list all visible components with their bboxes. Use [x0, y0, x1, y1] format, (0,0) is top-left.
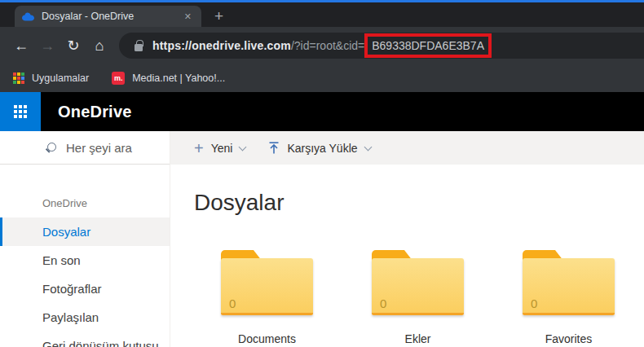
forward-button: → [34, 37, 60, 55]
bookmarks-bar: Uygulamalar m. Media.net | Yahoo!... [0, 64, 644, 92]
sidebar-section-label: OneDrive [0, 197, 170, 209]
sidebar-item-geri-donusum[interactable]: Geri dönüşüm kutusu [0, 332, 170, 347]
chevron-down-icon [239, 143, 247, 151]
folder-name: Ekler [405, 332, 431, 345]
address-bar[interactable]: https://onedrive.live.com /?id=root&cid=… [119, 33, 644, 59]
url-query: /?id=root&cid= [291, 39, 364, 52]
folder-icon: 0 [372, 250, 464, 318]
onedrive-header: OneDrive [0, 92, 644, 131]
main-content: + Yeni Karşıya Yükle Dosyalar [170, 131, 644, 347]
new-tab-button[interactable]: + [214, 8, 223, 24]
folder-tile-favorites[interactable]: 0 Favorites [493, 250, 644, 345]
folder-grid: 0 Documents 0 Ekler 0 [192, 250, 644, 345]
sidebar-item-fotograflar[interactable]: Fotoğraflar [0, 275, 170, 303]
chevron-down-icon [364, 143, 372, 151]
browser-toolbar: ← → ↻ ⌂ https://onedrive.live.com /?id=r… [0, 27, 644, 64]
waffle-icon [14, 105, 27, 118]
tab-strip: Dosyalar - OneDrive ✕ + [0, 2, 644, 27]
folder-icon: 0 [221, 250, 313, 318]
new-label: Yeni [211, 142, 233, 155]
bookmark-label: Uygulamalar [32, 72, 89, 84]
url-base: https://onedrive.live.com [152, 39, 291, 52]
tab-close-icon[interactable]: ✕ [182, 11, 194, 22]
sidebar-nav: Dosyalar En son Fotoğraflar Paylaşılan G… [0, 217, 170, 347]
sidebar-item-dosyalar[interactable]: Dosyalar [0, 217, 170, 246]
folder-item-count: 0 [531, 296, 537, 310]
page-title: Dosyalar [194, 190, 644, 216]
medianet-favicon: m. [112, 72, 125, 85]
folder-tile-ekler[interactable]: 0 Ekler [342, 250, 493, 345]
browser-window: Dosyalar - OneDrive ✕ + ← → ↻ ⌂ https://… [0, 0, 644, 347]
upload-label: Karşıya Yükle [287, 142, 357, 155]
apps-grid-icon [13, 72, 24, 84]
folder-item-count: 0 [229, 296, 236, 310]
home-button[interactable]: ⌂ [86, 37, 112, 55]
lock-icon[interactable] [135, 44, 143, 51]
folder-tile-documents[interactable]: 0 Documents [192, 250, 342, 345]
brand-title: OneDrive [58, 103, 132, 121]
page-body: Her şeyi ara OneDrive Dosyalar En son Fo… [0, 131, 644, 347]
command-bar: + Yeni Karşıya Yükle [170, 131, 644, 165]
bookmark-apps[interactable]: Uygulamalar [13, 72, 89, 84]
folder-icon: 0 [523, 250, 615, 318]
folder-item-count: 0 [380, 296, 386, 310]
new-button[interactable]: + Yeni [194, 140, 245, 156]
upload-icon [268, 142, 280, 154]
sidebar-item-paylasilan[interactable]: Paylaşılan [0, 303, 170, 332]
tab-title: Dosyalar - OneDrive [42, 11, 182, 22]
search-box[interactable]: Her şeyi ara [0, 131, 170, 165]
sidebar-item-en-son[interactable]: En son [0, 246, 170, 275]
folder-name: Favorites [545, 332, 593, 345]
reload-button[interactable]: ↻ [60, 37, 86, 55]
search-placeholder: Her şeyi ara [66, 141, 132, 155]
folder-name: Documents [238, 332, 296, 345]
onedrive-favicon [22, 12, 35, 21]
url-cid-highlighted: B69338DFDA6E3B7A [364, 33, 492, 58]
browser-tab[interactable]: Dosyalar - OneDrive ✕ [15, 6, 201, 27]
bookmark-medianet[interactable]: m. Media.net | Yahoo!... [112, 72, 225, 85]
back-button[interactable]: ← [8, 37, 34, 55]
search-icon [45, 143, 55, 153]
sidebar: Her şeyi ara OneDrive Dosyalar En son Fo… [0, 131, 170, 347]
plus-icon: + [194, 140, 204, 156]
bookmark-label: Media.net | Yahoo!... [132, 72, 225, 84]
app-launcher-button[interactable] [0, 92, 41, 131]
upload-button[interactable]: Karşıya Yükle [268, 142, 370, 155]
